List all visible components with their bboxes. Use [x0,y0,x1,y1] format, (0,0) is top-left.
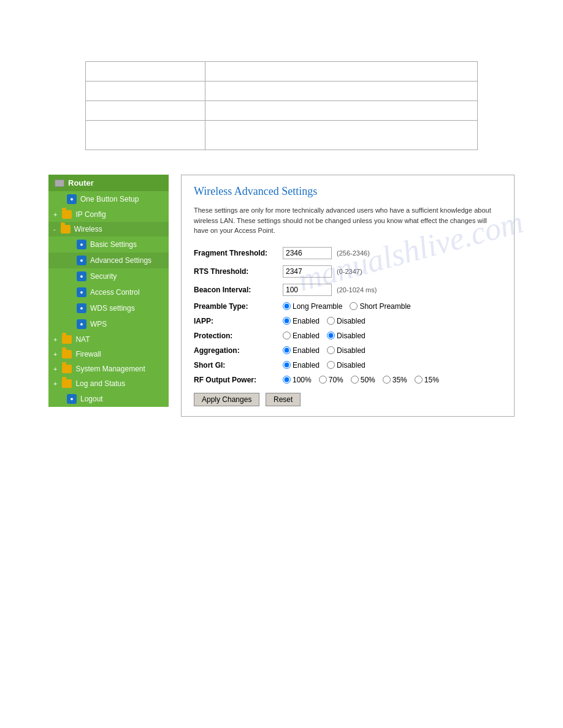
plus-icon: + [53,336,57,343]
settings-description: These settings are only for more technic… [194,205,502,236]
aggregation-disabled-label[interactable]: Disabled [327,346,366,355]
sidebar: Router ● One Button Setup + IP Config - … [48,175,169,407]
rf-70-radio[interactable] [319,376,327,384]
beacon-interval-control: (20-1024 ms) [283,284,377,296]
table-cell [205,62,478,82]
settings-form: Fragment Threshold: (256-2346) RTS Thres… [194,247,502,406]
sidebar-item-log-and-status[interactable]: + Log and Status [48,376,169,391]
iapp-enabled-radio[interactable] [283,317,291,325]
rf-15-text: 15% [424,376,439,384]
preamble-type-label: Preamble Type: [194,302,283,311]
router-icon [55,180,64,187]
folder-icon [62,379,72,388]
protection-disabled-text: Disabled [337,332,366,340]
rf-35-radio[interactable] [383,376,391,384]
sidebar-item-nat[interactable]: + NAT [48,332,169,347]
sidebar-item-wireless[interactable]: - Wireless [48,222,169,237]
item-icon: ● [77,256,86,265]
protection-enabled-radio[interactable] [283,332,291,339]
short-gi-row: Short GI: Enabled Disabled [194,361,502,370]
sidebar-item-firewall[interactable]: + Firewall [48,347,169,362]
table-row [86,82,478,101]
sidebar-item-basic-settings[interactable]: ● Basic Settings [48,237,169,252]
item-icon: ● [77,319,86,329]
rts-threshold-input[interactable] [283,265,332,278]
top-table-wrapper [85,61,478,150]
table-cell [86,101,205,121]
sidebar-item-wps[interactable]: ● WPS [48,316,169,332]
apply-changes-button[interactable]: Apply Changes [194,393,259,406]
protection-disabled-label[interactable]: Disabled [327,332,366,340]
reset-button[interactable]: Reset [266,393,301,406]
plus-icon: + [53,351,57,358]
short-gi-label: Short GI: [194,361,283,370]
rf-70-label[interactable]: 70% [319,376,343,384]
sidebar-item-label: Logout [80,395,103,403]
rf-50-radio[interactable] [351,376,359,384]
sidebar-item-advanced-settings[interactable]: ● Advanced Settings [48,252,169,268]
rf-50-text: 50% [361,376,375,384]
sidebar-item-label: NAT [75,335,90,344]
sidebar-item-security[interactable]: ● Security [48,268,169,284]
iapp-label: IAPP: [194,317,283,325]
preamble-long-label[interactable]: Long Preamble [283,302,342,311]
preamble-short-text: Short Preamble [359,302,410,311]
rf-output-power-row: RF Output Power: 100% 70% 50% [194,376,502,384]
beacon-interval-label: Beacon Interval: [194,286,283,294]
sidebar-item-label: Basic Settings [90,240,137,249]
sidebar-item-label: Access Control [90,288,140,297]
aggregation-enabled-radio[interactable] [283,346,291,354]
rf-100-label[interactable]: 100% [283,376,312,384]
sidebar-item-label: Firewall [75,350,101,358]
aggregation-enabled-label[interactable]: Enabled [283,346,320,355]
beacon-interval-input[interactable] [283,284,332,296]
aggregation-disabled-radio[interactable] [327,346,335,354]
iapp-disabled-text: Disabled [337,317,366,325]
button-row: Apply Changes Reset [194,393,502,406]
protection-control: Enabled Disabled [283,332,366,340]
table-cell [86,62,205,82]
iapp-enabled-label[interactable]: Enabled [283,317,320,325]
preamble-long-radio[interactable] [283,302,291,310]
table-cell [205,82,478,101]
short-gi-disabled-radio[interactable] [327,361,335,369]
sidebar-item-wds-settings[interactable]: ● WDS settings [48,300,169,316]
protection-enabled-label[interactable]: Enabled [283,332,320,340]
sidebar-item-label: Wireless [74,225,102,233]
folder-icon [62,365,72,373]
rf-50-label[interactable]: 50% [351,376,375,384]
protection-row: Protection: Enabled Disabled [194,332,502,340]
preamble-short-radio[interactable] [350,302,358,310]
rf-100-radio[interactable] [283,376,291,384]
sidebar-item-one-button-setup[interactable]: ● One Button Setup [48,191,169,207]
sidebar-item-label: WPS [90,320,107,328]
aggregation-control: Enabled Disabled [283,346,366,355]
sidebar-item-label: Security [90,272,117,281]
preamble-type-row: Preamble Type: Long Preamble Short Pream… [194,302,502,311]
short-gi-enabled-radio[interactable] [283,361,291,369]
short-gi-enabled-label[interactable]: Enabled [283,361,320,370]
preamble-short-label[interactable]: Short Preamble [350,302,410,311]
rf-15-label[interactable]: 15% [415,376,439,384]
table-cell [205,121,478,150]
aggregation-label: Aggregation: [194,346,283,355]
iapp-disabled-label[interactable]: Disabled [327,317,366,325]
sidebar-item-ip-config[interactable]: + IP Config [48,207,169,222]
fragment-threshold-input[interactable] [283,247,332,259]
protection-label: Protection: [194,332,283,340]
short-gi-disabled-label[interactable]: Disabled [327,361,366,370]
plus-icon: + [53,380,57,387]
sidebar-item-access-control[interactable]: ● Access Control [48,284,169,300]
rf-35-text: 35% [393,376,407,384]
sidebar-item-label: Advanced Settings [90,256,151,265]
sidebar-item-logout[interactable]: ● Logout [48,391,169,407]
sidebar-item-label: WDS settings [90,304,135,313]
sidebar-item-system-management[interactable]: + System Management [48,362,169,376]
rts-threshold-row: RTS Threshold: (0-2347) [194,265,502,278]
iapp-disabled-radio[interactable] [327,317,335,325]
protection-disabled-radio[interactable] [327,332,335,339]
rf-35-label[interactable]: 35% [383,376,407,384]
item-icon: ● [67,394,77,404]
rf-15-radio[interactable] [415,376,423,384]
aggregation-row: Aggregation: Enabled Disabled [194,346,502,355]
